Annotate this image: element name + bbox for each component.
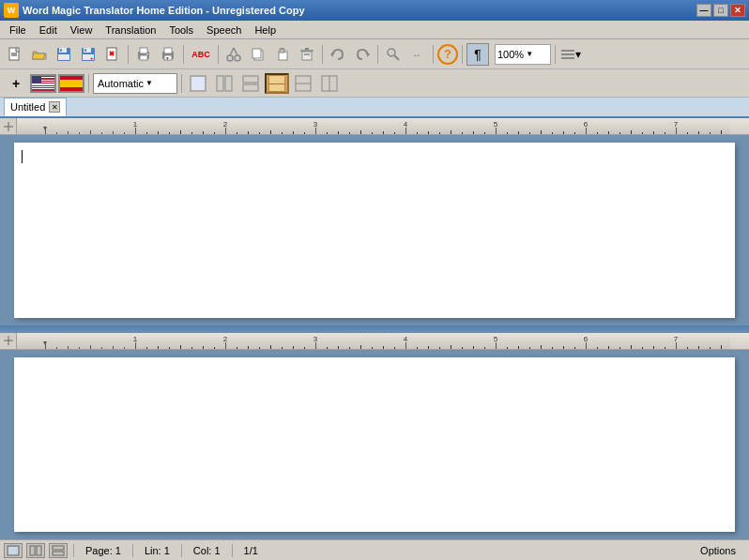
menu-translation[interactable]: Translation xyxy=(99,23,161,38)
separator-5 xyxy=(377,45,378,64)
layout-btn-6[interactable] xyxy=(317,73,342,94)
separator-7 xyxy=(462,45,463,64)
separator-6 xyxy=(433,45,434,64)
redo-button[interactable] xyxy=(351,43,374,66)
toolbar-extra-button[interactable]: ▾ xyxy=(559,43,582,66)
cut-button[interactable] xyxy=(222,43,245,66)
close-button[interactable]: ✕ xyxy=(730,4,745,17)
status-btn-3[interactable] xyxy=(49,543,68,558)
layout-btn-2[interactable] xyxy=(212,73,237,94)
toolbar1: + ▼ ABC xyxy=(0,39,749,69)
separator-t2-1 xyxy=(88,74,89,93)
undo-button[interactable] xyxy=(327,43,349,66)
status-lin: Lin: 1 xyxy=(139,545,176,556)
tab-untitled[interactable]: Untitled ✕ xyxy=(4,98,67,116)
menu-help[interactable]: Help xyxy=(249,23,282,38)
title-bar-text: Word Magic Translator Home Edition - Unr… xyxy=(23,5,305,16)
tab-bar: Untitled ✕ xyxy=(0,98,749,118)
language-dropdown[interactable]: Automatic ▼ xyxy=(93,73,177,94)
main-area: ............ xyxy=(0,118,749,539)
replace-button[interactable]: ↔ xyxy=(406,43,429,66)
save-as-button[interactable]: + xyxy=(77,43,99,66)
tab-label: Untitled xyxy=(10,101,45,113)
svg-rect-42 xyxy=(561,53,574,55)
svg-text:▼: ▼ xyxy=(165,55,170,61)
doc-pane-bottom[interactable] xyxy=(0,350,749,540)
add-language-button[interactable]: + xyxy=(4,73,28,94)
status-separator-2 xyxy=(132,544,133,557)
doc-page-top xyxy=(14,143,735,318)
layout-btn-5[interactable] xyxy=(291,73,315,94)
new-button[interactable] xyxy=(4,43,26,66)
svg-point-24 xyxy=(235,55,240,61)
formatting-marks-button[interactable]: ¶ xyxy=(466,43,489,66)
svg-rect-48 xyxy=(243,76,258,83)
zoom-dropdown[interactable]: 100% ▼ xyxy=(495,44,551,65)
top-pane-container xyxy=(0,118,749,325)
separator-8 xyxy=(555,45,556,64)
print-button[interactable] xyxy=(132,43,155,66)
svg-point-18 xyxy=(146,53,148,55)
app-icon: W xyxy=(4,3,19,18)
copy-button[interactable] xyxy=(247,43,269,66)
spanish-flag-button[interactable] xyxy=(58,74,84,93)
svg-rect-20 xyxy=(164,48,172,53)
pane-divider[interactable]: ............ xyxy=(0,325,749,333)
menu-speech[interactable]: Speech xyxy=(201,23,247,38)
menu-bar: File Edit View Translation Tools Speech … xyxy=(0,21,749,39)
status-page: Page: 1 xyxy=(80,545,127,556)
svg-rect-28 xyxy=(252,49,261,58)
zoom-arrow: ▼ xyxy=(526,50,533,58)
svg-rect-43 xyxy=(561,57,574,59)
title-bar-controls: — □ ✕ xyxy=(696,4,745,17)
find-button[interactable] xyxy=(382,43,405,66)
layout-btn-3[interactable] xyxy=(238,73,263,94)
svg-line-39 xyxy=(394,55,399,60)
doc-pane-top[interactable] xyxy=(0,135,749,325)
svg-rect-5 xyxy=(60,49,62,52)
spell-check-button[interactable]: ABC xyxy=(188,43,214,66)
svg-rect-64 xyxy=(30,546,35,555)
svg-text:↔: ↔ xyxy=(412,50,421,60)
layout-btn-1[interactable] xyxy=(186,73,210,94)
title-bar: W Word Magic Translator Home Edition - U… xyxy=(0,0,749,21)
close-doc-button[interactable] xyxy=(101,43,124,66)
menu-edit[interactable]: Edit xyxy=(34,23,63,38)
cursor-top xyxy=(22,150,23,163)
minimize-button[interactable]: — xyxy=(696,4,711,17)
separator-3 xyxy=(218,45,219,64)
svg-point-38 xyxy=(388,49,395,56)
status-btn-1[interactable] xyxy=(4,543,23,558)
open-button[interactable] xyxy=(28,43,51,66)
svg-rect-63 xyxy=(8,547,18,554)
svg-line-26 xyxy=(234,48,237,55)
print-preview-button[interactable]: ▼ xyxy=(157,43,179,66)
status-separator-4 xyxy=(232,544,233,557)
tab-close-button[interactable]: ✕ xyxy=(49,101,60,113)
maximize-button[interactable]: □ xyxy=(713,4,728,17)
zoom-value: 100% xyxy=(497,49,524,60)
delete-button[interactable] xyxy=(296,43,318,66)
separator-1 xyxy=(128,45,129,64)
layout-btn-4-active[interactable] xyxy=(265,73,289,94)
english-flag-button[interactable] xyxy=(30,74,56,93)
menu-tools[interactable]: Tools xyxy=(163,23,199,38)
svg-rect-49 xyxy=(243,84,258,91)
svg-rect-31 xyxy=(281,48,283,50)
paste-button[interactable] xyxy=(271,43,294,66)
ruler-corner-bottom xyxy=(0,333,17,350)
svg-rect-6 xyxy=(58,54,69,60)
svg-rect-41 xyxy=(561,50,574,52)
title-bar-left: W Word Magic Translator Home Edition - U… xyxy=(4,3,305,18)
save-button[interactable] xyxy=(53,43,75,66)
status-options: Options xyxy=(691,545,745,556)
status-bar: Page: 1 Lin: 1 Col: 1 1/1 Options xyxy=(0,539,749,560)
menu-file[interactable]: File xyxy=(4,23,32,38)
doc-page-bottom xyxy=(14,357,735,533)
help-button[interactable]: ? xyxy=(437,44,458,65)
status-btn-2[interactable] xyxy=(26,543,45,558)
app-icon-letter: W xyxy=(8,6,16,15)
menu-view[interactable]: View xyxy=(65,23,99,38)
ruler-bottom xyxy=(0,333,749,350)
svg-rect-17 xyxy=(140,55,147,60)
